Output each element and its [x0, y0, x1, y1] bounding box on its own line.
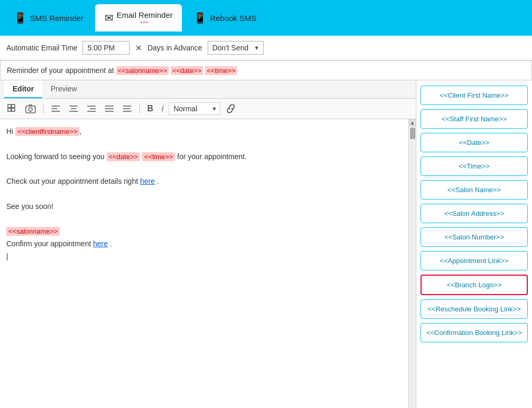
italic-button[interactable]: i: [159, 102, 167, 116]
bold-button[interactable]: B: [144, 102, 157, 116]
camera-icon-button[interactable]: [22, 102, 39, 116]
auto-email-label: Automatic Email Time: [6, 44, 77, 52]
btn-reschedule-booking-link[interactable]: <<Reschedule Booking Link>>: [421, 299, 528, 319]
greeting-prefix: Hi: [6, 127, 15, 135]
align-right-icon: [87, 104, 96, 113]
here-link-1[interactable]: here: [140, 177, 155, 185]
format-select[interactable]: Normal Heading 1 Heading 2 Heading 3: [169, 102, 220, 115]
scroll-arrow-up[interactable]: ▲: [409, 119, 416, 127]
btn-time[interactable]: <<Time>>: [421, 156, 528, 176]
justify-button[interactable]: [101, 102, 117, 115]
btn-confirmation-booking-link[interactable]: <<Confirmation Booking Link>>: [421, 323, 528, 342]
svg-rect-2: [8, 108, 11, 111]
rebook-icon: 📱: [193, 12, 207, 24]
checkout-suffix: .: [155, 177, 159, 185]
editor-panel: Editor Preview: [0, 80, 416, 408]
scrollbar-track: ▲: [408, 119, 416, 408]
editor-content[interactable]: Hi <<clientfirstname>>, Looking forward …: [0, 119, 416, 408]
svg-point-5: [29, 108, 33, 111]
btn-client-first-name[interactable]: <<Client First Name>>: [421, 86, 528, 105]
tab-rebook-sms[interactable]: 📱 Rebook SMS: [184, 4, 265, 32]
days-label: Days in Advance: [147, 44, 202, 52]
toolbar: B i Normal Heading 1 Heading 2 Heading 3: [0, 99, 416, 119]
svg-rect-1: [12, 104, 15, 108]
email-icon: ✉: [105, 12, 114, 24]
salon-name-tag: <<salonname>>: [6, 227, 60, 236]
btn-salon-address[interactable]: <<Salon Address>>: [421, 204, 528, 223]
justify-icon: [105, 104, 114, 113]
tab-sms-label: SMS Reminder: [30, 14, 84, 23]
btn-date[interactable]: <<Date>>: [421, 133, 528, 152]
see-you-text: See you soon!: [6, 202, 54, 211]
appointment-suffix: for your appointment.: [175, 152, 247, 161]
client-firstname-tag: <<clientfirstname>>: [15, 127, 79, 136]
btn-appointment-link[interactable]: <<Appointment Link>>: [421, 251, 528, 270]
align-left-button[interactable]: [48, 102, 64, 115]
svg-rect-3: [12, 108, 15, 111]
settings-row: Automatic Email Time ✕ Days in Advance D…: [0, 36, 532, 60]
btn-salon-number[interactable]: <<Salon Number>>: [421, 227, 528, 247]
toolbar-separator-1: [43, 103, 44, 114]
days-select[interactable]: Don't Send 1 Day 2 Days 3 Days 7 Days: [208, 41, 264, 55]
svg-rect-0: [8, 104, 11, 108]
sidebar: <<Client First Name>> <<Staff First Name…: [416, 80, 532, 408]
link-icon: [226, 104, 236, 113]
link-icon-button[interactable]: [222, 102, 239, 116]
btn-salon-name[interactable]: <<Salon Name>>: [421, 180, 528, 200]
camera-icon: [25, 104, 36, 113]
grid-icon-button[interactable]: [4, 102, 20, 116]
time-input[interactable]: [83, 41, 130, 55]
grid-icon: [7, 104, 17, 113]
editor-scroll-area: Hi <<clientfirstname>>, Looking forward …: [0, 119, 416, 408]
checkout-text: Check out your appointment details right: [6, 177, 140, 185]
tab-email-label: Email Reminder: [117, 11, 173, 19]
scroll-thumb[interactable]: [410, 128, 415, 139]
subject-bar: Reminder of your appointment at <<salonn…: [0, 60, 532, 80]
days-select-wrapper: Don't Send 1 Day 2 Days 3 Days 7 Days: [208, 41, 264, 55]
italic-label: i: [162, 104, 164, 113]
main-content: Automatic Email Time ✕ Days in Advance D…: [0, 36, 532, 408]
sms-icon: 📱: [14, 12, 27, 24]
justify2-button[interactable]: [119, 102, 135, 115]
tab-editor[interactable]: Editor: [4, 80, 42, 98]
subject-prefix: Reminder of your appointment at: [7, 66, 116, 75]
time-tag: <<time>>: [142, 152, 175, 161]
tab-email-dots: •••: [140, 19, 149, 25]
align-center-button[interactable]: [66, 102, 81, 115]
date-tag: <<date>>: [107, 152, 140, 161]
confirm-text: Confirm your appointment: [6, 239, 93, 248]
tab-preview[interactable]: Preview: [42, 80, 85, 98]
subject-tag-time: <<time>>: [205, 66, 237, 75]
bold-label: B: [147, 104, 154, 113]
tab-email-reminder[interactable]: ✉ Email Reminder •••: [95, 4, 182, 32]
looking-forward-text: Looking forward to seeing you: [6, 152, 107, 161]
subject-tag-date: <<date>>: [171, 66, 203, 75]
align-center-icon: [69, 104, 78, 113]
format-select-wrapper: Normal Heading 1 Heading 2 Heading 3: [169, 102, 220, 115]
btn-staff-first-name[interactable]: <<Staff First Name>>: [421, 109, 528, 129]
clear-button[interactable]: ✕: [135, 43, 142, 53]
tab-rebook-label: Rebook SMS: [210, 14, 256, 23]
cursor-position: |: [6, 252, 8, 260]
align-left-icon: [51, 104, 60, 113]
tabs-bar: 📱 SMS Reminder ✉ Email Reminder ••• 📱 Re…: [0, 0, 532, 36]
confirm-suffix: .: [108, 239, 112, 248]
toolbar-separator-2: [139, 103, 140, 114]
svg-rect-4: [26, 106, 35, 113]
justify2-icon: [122, 104, 132, 113]
here-link-2[interactable]: here: [93, 239, 108, 248]
subject-tag-salon: <<salonname>>: [116, 66, 169, 75]
editor-tabs: Editor Preview: [0, 80, 416, 99]
body-area: Editor Preview: [0, 80, 532, 408]
app-container: 📱 SMS Reminder ✉ Email Reminder ••• 📱 Re…: [0, 0, 532, 408]
align-right-button[interactable]: [84, 102, 99, 115]
tab-sms-reminder[interactable]: 📱 SMS Reminder: [4, 4, 93, 32]
btn-branch-logo[interactable]: <<Branch Logo>>: [421, 275, 528, 295]
